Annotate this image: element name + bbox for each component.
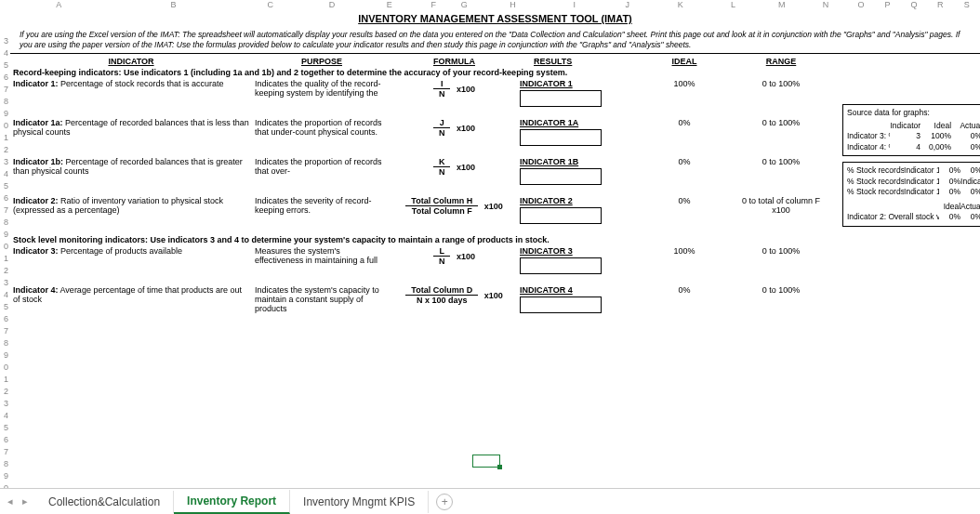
table-header-row: INDICATOR PURPOSE FORMULA RESULTS IDEAL … xyxy=(10,56,831,67)
row-header[interactable]: 8 xyxy=(0,458,10,470)
row-header[interactable]: 2 xyxy=(0,265,10,277)
row-header[interactable]: 7 xyxy=(0,84,10,96)
ind2-result-box[interactable] xyxy=(520,207,602,224)
ind2-fraction: Total Column H Total Column F xyxy=(405,196,478,216)
side2-v3b: 0% xyxy=(960,187,980,197)
col-header-S[interactable]: S xyxy=(954,0,980,11)
col-header-L[interactable]: L xyxy=(707,0,760,11)
row-header[interactable]: 8 xyxy=(0,337,10,349)
row-header[interactable]: 3 xyxy=(0,35,10,47)
ind1-result-box[interactable] xyxy=(520,90,602,107)
row-header[interactable]: 4 xyxy=(0,47,10,59)
row-header[interactable]: 7 xyxy=(0,204,10,217)
col-header-N[interactable]: N xyxy=(803,0,847,11)
row-header[interactable] xyxy=(0,11,10,23)
tab-inventory-mgmt-kpis[interactable]: Inventory Mngmt KPIS xyxy=(290,491,429,513)
ind1b-result-box[interactable] xyxy=(520,168,602,185)
row-header[interactable]: 7 xyxy=(0,446,10,458)
section2-text: Stock level monitoring indicators: Use i… xyxy=(10,234,831,245)
indicator-1a-row: Indicator 1a: Percentage of recorded bal… xyxy=(10,117,831,147)
row-header[interactable]: 9 xyxy=(0,229,10,241)
col-header-D[interactable]: D xyxy=(301,0,363,11)
row-header[interactable]: 8 xyxy=(0,217,10,229)
col-indicator: INDICATOR xyxy=(10,56,252,67)
row-header[interactable]: 4 xyxy=(0,289,10,301)
col-header-K[interactable]: K xyxy=(654,0,707,11)
row-header[interactable]: 7 xyxy=(0,325,10,337)
side2-h1: Ideal xyxy=(939,202,960,212)
side1-title: Source data for graphs: xyxy=(847,108,980,117)
ind3-result-box[interactable] xyxy=(520,257,602,274)
row-header[interactable] xyxy=(0,23,10,35)
tab-inventory-report[interactable]: Inventory Report xyxy=(174,490,290,514)
ind3-name: Indicator 3: xyxy=(13,246,59,256)
col-header-R[interactable]: R xyxy=(927,0,953,11)
side2-v2b: Indicates th xyxy=(960,177,980,187)
row-header[interactable]: 3 xyxy=(0,398,10,410)
tab-nav-arrows[interactable]: ◂ ▸ xyxy=(6,495,35,507)
ind4-result-box[interactable] xyxy=(520,297,602,313)
row-header[interactable]: 1 xyxy=(0,132,10,144)
row-header[interactable]: 6 xyxy=(0,434,10,446)
col-range: RANGE xyxy=(731,56,831,67)
section-stock-level: Stock level monitoring indicators: Use i… xyxy=(10,234,831,245)
side1-h3: Actual xyxy=(951,121,980,131)
worksheet-area[interactable]: INVENTORY MANAGEMENT ASSESSMENT TOOL (IM… xyxy=(10,11,980,488)
row-header[interactable]: 2 xyxy=(0,144,10,156)
row-header[interactable]: 0 xyxy=(0,362,10,374)
ind1a-mult: x100 xyxy=(457,124,475,133)
col-header-F[interactable]: F xyxy=(416,0,451,11)
active-cell-cursor[interactable] xyxy=(472,455,500,468)
col-header-O[interactable]: O xyxy=(848,0,874,11)
row-header[interactable]: 5 xyxy=(0,301,10,313)
side2-l2b: Indicator 1 xyxy=(904,177,939,187)
row-header[interactable]: 0 xyxy=(0,241,10,253)
row-header[interactable]: 5 xyxy=(0,180,10,192)
ind3-mult: x100 xyxy=(457,252,475,261)
chevron-right-icon[interactable]: ▸ xyxy=(22,495,28,507)
row-header[interactable]: 5 xyxy=(0,422,10,434)
row-header[interactable]: 3 xyxy=(0,156,10,168)
ind2-range: 0 to total of column F x100 xyxy=(731,195,831,225)
col-header-C[interactable]: C xyxy=(240,0,301,11)
row-header[interactable]: 5 xyxy=(0,59,10,72)
col-header-H[interactable]: H xyxy=(478,0,549,11)
col-header-P[interactable]: P xyxy=(874,0,900,11)
row-header[interactable]: 4 xyxy=(0,168,10,180)
tab-collection-calculation[interactable]: Collection&Calculation xyxy=(35,491,174,513)
row-header[interactable]: 9 xyxy=(0,349,10,362)
row-header[interactable]: 6 xyxy=(0,192,10,204)
row-header[interactable]: 1 xyxy=(0,374,10,386)
col-header-J[interactable]: J xyxy=(601,0,654,11)
row-header[interactable]: 3 xyxy=(0,277,10,289)
ind1a-ideal: 0% xyxy=(638,117,731,147)
side1-v2c: 0% xyxy=(951,142,980,152)
side1-l1: Indicator 3: % Produc xyxy=(847,131,890,141)
add-sheet-button[interactable]: + xyxy=(436,494,453,510)
ind4-mult: x100 xyxy=(484,291,503,300)
row-header[interactable]: 9 xyxy=(0,470,10,482)
ind1a-result-box[interactable] xyxy=(520,129,602,146)
fill-handle-icon[interactable] xyxy=(497,465,502,469)
col-header-A[interactable]: A xyxy=(10,0,107,11)
row-header[interactable]: 6 xyxy=(0,72,10,84)
col-header-I[interactable]: I xyxy=(548,0,601,11)
row-header[interactable]: 6 xyxy=(0,313,10,325)
row-header[interactable]: 0 xyxy=(0,120,10,132)
row-header[interactable]: 9 xyxy=(0,108,10,120)
col-header-M[interactable]: M xyxy=(760,0,803,11)
col-formula: FORMULA xyxy=(391,56,517,67)
row-header[interactable]: 4 xyxy=(0,410,10,422)
ind3-desc: Percentage of products available xyxy=(60,246,182,256)
side2-l4: Indicator 2: Overall stock variati xyxy=(847,212,939,222)
row-header[interactable]: 2 xyxy=(0,386,10,398)
row-header[interactable]: 1 xyxy=(0,253,10,265)
col-header-Q[interactable]: Q xyxy=(901,0,927,11)
col-header-E[interactable]: E xyxy=(363,0,416,11)
col-header-B[interactable]: B xyxy=(107,0,239,11)
ind1a-num: J xyxy=(433,118,451,128)
chevron-left-icon[interactable]: ◂ xyxy=(7,495,13,507)
row-header[interactable]: 8 xyxy=(0,96,10,108)
col-header-G[interactable]: G xyxy=(451,0,477,11)
source-data-box-1: Source data for graphs: Indicator Ideal … xyxy=(842,104,980,156)
